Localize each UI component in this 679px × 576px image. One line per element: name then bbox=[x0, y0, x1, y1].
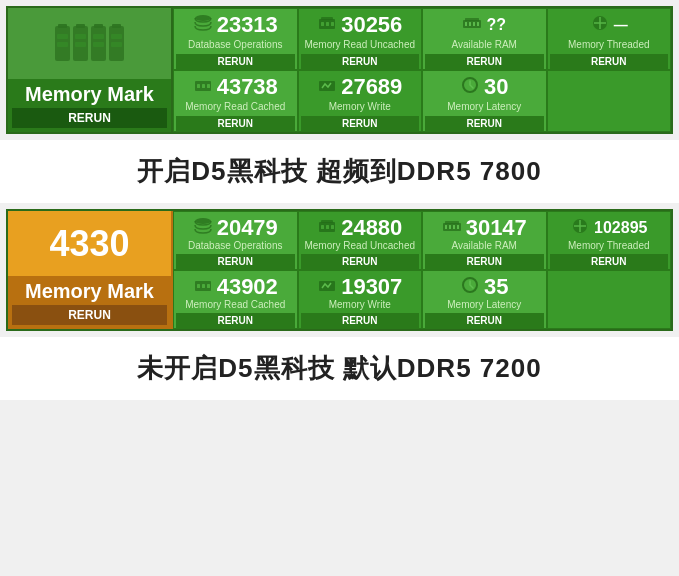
metric-rerun-mem-write-1[interactable]: RERUN bbox=[301, 116, 420, 131]
write-icon-2 bbox=[317, 275, 337, 299]
svg-rect-9 bbox=[57, 42, 68, 47]
svg-rect-21 bbox=[331, 22, 334, 26]
left-score-2: 4330 Memory Mark RERUN bbox=[8, 211, 173, 329]
metric-rerun-avail-ram-1[interactable]: RERUN bbox=[425, 54, 544, 69]
metric-cell-db-ops-1: 23313 Database Operations RERUN bbox=[173, 8, 298, 70]
svg-rect-8 bbox=[57, 34, 68, 39]
svg-rect-30 bbox=[197, 84, 200, 88]
metric-rerun-mem-thread-1[interactable]: RERUN bbox=[550, 54, 669, 69]
svg-rect-26 bbox=[473, 22, 475, 26]
svg-rect-51 bbox=[207, 284, 210, 288]
thread-icon-1 bbox=[590, 13, 610, 37]
svg-rect-37 bbox=[321, 220, 333, 223]
latency-icon-1 bbox=[460, 75, 480, 99]
metric-name-avail-ram-2: Available RAM bbox=[425, 240, 544, 252]
rerun-button-main-1[interactable]: RERUN bbox=[12, 108, 167, 128]
metric-cell-empty-2 bbox=[547, 270, 672, 329]
metric-name-mem-lat-2: Memory Latency bbox=[425, 299, 544, 311]
score-top-2: 4330 bbox=[8, 211, 171, 276]
metric-cell-avail-ram-2: 30147 Available RAM RERUN bbox=[422, 211, 547, 270]
metric-value-mem-write-2: 19307 bbox=[341, 276, 402, 298]
separator-2: 未开启D5黑科技 默认DDR5 7200 bbox=[0, 337, 679, 400]
metric-value-mem-lat-2: 35 bbox=[484, 276, 508, 298]
svg-point-16 bbox=[195, 15, 211, 21]
separator-1: 开启D5黑科技 超频到DDR5 7800 bbox=[0, 140, 679, 203]
metric-cell-mem-cached-2: 43902 Memory Read Cached RERUN bbox=[173, 270, 298, 329]
memory-icon-1 bbox=[16, 16, 163, 71]
metric-rerun-mem-read-unc-1[interactable]: RERUN bbox=[301, 54, 420, 69]
ram-icon-2 bbox=[442, 216, 462, 240]
rerun-button-main-2[interactable]: RERUN bbox=[12, 305, 167, 325]
svg-rect-42 bbox=[445, 221, 459, 224]
metric-top-mem-thread-1: — bbox=[550, 13, 669, 37]
svg-rect-1 bbox=[58, 24, 67, 28]
metric-cell-mem-read-unc-2: 24880 Memory Read Uncached RERUN bbox=[298, 211, 423, 270]
svg-rect-3 bbox=[76, 24, 85, 28]
ram-icon-1 bbox=[462, 13, 482, 37]
svg-rect-45 bbox=[453, 225, 455, 229]
metric-name-mem-cached-1: Memory Read Cached bbox=[176, 101, 295, 113]
svg-rect-13 bbox=[93, 42, 104, 47]
db-icon-2 bbox=[193, 216, 213, 240]
metric-rerun-mem-cached-2[interactable]: RERUN bbox=[176, 313, 295, 328]
metric-top-mem-cached-1: 43738 bbox=[176, 75, 295, 99]
score-bottom-1: Memory Mark RERUN bbox=[8, 79, 171, 132]
svg-rect-39 bbox=[326, 225, 329, 229]
metric-rerun-db-ops-1[interactable]: RERUN bbox=[176, 54, 295, 69]
svg-rect-40 bbox=[331, 225, 334, 229]
db-icon-1 bbox=[193, 13, 213, 37]
metrics-grid-1: 23313 Database Operations RERUN 30256 Me… bbox=[173, 8, 671, 132]
metric-name-db-ops-2: Database Operations bbox=[176, 240, 295, 252]
metric-top-mem-write-2: 19307 bbox=[301, 275, 420, 299]
svg-rect-24 bbox=[465, 22, 467, 26]
metric-rerun-mem-lat-1[interactable]: RERUN bbox=[425, 116, 544, 131]
metric-top-mem-lat-2: 35 bbox=[425, 275, 544, 299]
svg-rect-18 bbox=[321, 17, 333, 20]
metric-top-mem-write-1: 27689 bbox=[301, 75, 420, 99]
benchmark-panel-1: Memory Mark RERUN 23313 Database Operati… bbox=[6, 6, 673, 134]
metric-value-db-ops-1: 23313 bbox=[217, 14, 278, 36]
cached-icon-2 bbox=[193, 275, 213, 299]
metric-rerun-mem-write-2[interactable]: RERUN bbox=[301, 313, 420, 328]
metric-value-mem-cached-2: 43902 bbox=[217, 276, 278, 298]
metric-rerun-mem-thread-2[interactable]: RERUN bbox=[550, 254, 669, 269]
metric-value-mem-write-1: 27689 bbox=[341, 76, 402, 98]
mem-icon-1 bbox=[317, 13, 337, 37]
metric-name-mem-lat-1: Memory Latency bbox=[425, 101, 544, 113]
metric-top-mem-read-unc-1: 30256 bbox=[301, 13, 420, 37]
metric-cell-mem-cached-1: 43738 Memory Read Cached RERUN bbox=[173, 70, 298, 132]
svg-rect-38 bbox=[321, 225, 324, 229]
svg-point-35 bbox=[195, 218, 211, 224]
metric-top-avail-ram-1: ?? bbox=[425, 13, 544, 37]
metric-name-mem-thread-2: Memory Threaded bbox=[550, 240, 669, 252]
score-top-1 bbox=[8, 8, 171, 79]
metric-value-avail-ram-2: 30147 bbox=[466, 217, 527, 239]
metric-rerun-mem-lat-2[interactable]: RERUN bbox=[425, 313, 544, 328]
metric-name-db-ops-1: Database Operations bbox=[176, 39, 295, 51]
metric-name-avail-ram-1: Available RAM bbox=[425, 39, 544, 51]
metric-value-mem-lat-1: 30 bbox=[484, 76, 508, 98]
score-bottom-2: Memory Mark RERUN bbox=[8, 276, 171, 329]
metric-rerun-db-ops-2[interactable]: RERUN bbox=[176, 254, 295, 269]
metric-top-avail-ram-2: 30147 bbox=[425, 216, 544, 240]
svg-rect-11 bbox=[75, 42, 86, 47]
svg-rect-19 bbox=[321, 22, 324, 26]
svg-rect-44 bbox=[449, 225, 451, 229]
svg-rect-14 bbox=[111, 34, 122, 39]
memory-icon-2: 4330 bbox=[16, 223, 163, 265]
metric-value-mem-read-unc-1: 30256 bbox=[341, 14, 402, 36]
svg-rect-23 bbox=[465, 18, 479, 21]
mem-icon-2 bbox=[317, 216, 337, 240]
svg-rect-46 bbox=[457, 225, 459, 229]
metric-rerun-mem-read-unc-2[interactable]: RERUN bbox=[301, 254, 420, 269]
svg-rect-32 bbox=[207, 84, 210, 88]
latency-icon-2 bbox=[460, 275, 480, 299]
svg-rect-43 bbox=[445, 225, 447, 229]
score-label-2: Memory Mark bbox=[25, 280, 154, 303]
metric-rerun-mem-cached-1[interactable]: RERUN bbox=[176, 116, 295, 131]
metric-rerun-avail-ram-2[interactable]: RERUN bbox=[425, 254, 544, 269]
svg-rect-50 bbox=[202, 284, 205, 288]
metric-cell-mem-thread-1: — Memory Threaded RERUN bbox=[547, 8, 672, 70]
metric-name-mem-cached-2: Memory Read Cached bbox=[176, 299, 295, 311]
metric-value-db-ops-2: 20479 bbox=[217, 217, 278, 239]
